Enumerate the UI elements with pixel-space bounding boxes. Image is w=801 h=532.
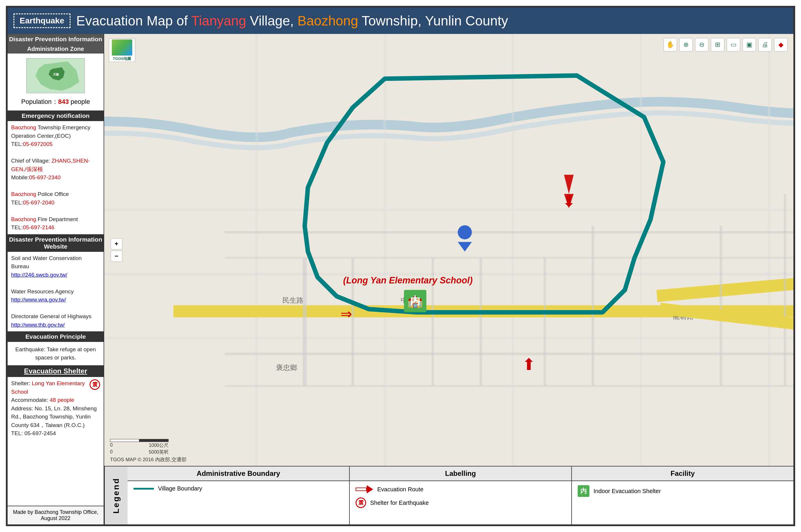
fire-tel: 05-697-2146 — [23, 224, 54, 230]
title-township: Baozhong — [298, 13, 358, 28]
svg-text:⇒: ⇒ — [340, 306, 352, 322]
eoc-tel-label: TEL: — [11, 141, 23, 147]
population-number: 843 — [58, 98, 69, 105]
evac-principle-text: Earthquake: Take refuge at open spaces o… — [11, 345, 100, 362]
svg-marker-46 — [367, 485, 373, 493]
highways-link[interactable]: http://www.thb.gov.tw/ — [11, 322, 65, 328]
toolbar-zoom-out[interactable]: ⊖ — [695, 38, 709, 52]
chief-label: Chief of Village: — [11, 158, 52, 164]
toolbar-pan[interactable]: ✋ — [664, 38, 677, 52]
footer-date: August 2022 — [41, 515, 70, 521]
svg-text:天陽: 天陽 — [53, 73, 59, 76]
page-container: Earthquake Evacuation Map of Tianyang Vi… — [6, 6, 795, 526]
indoor-shelter-icon: 内 — [578, 485, 590, 497]
facility-body: 内 Indoor Evacuation Shelter — [572, 481, 794, 501]
village-boundary-label: Village Boundary — [158, 485, 202, 492]
tel: 05-697-2454 — [24, 430, 56, 436]
population-text: Population：843 people — [21, 96, 90, 108]
legend-facility: Facility 内 Indoor Evacuation Shelter — [572, 467, 794, 525]
tgos-logo: TGOS地圖 — [109, 39, 135, 62]
legend-admin-boundary: Administrative Boundary Village Boundary — [128, 467, 350, 525]
map-container[interactable]: 民生路 中新路 龍岩路 褒忠鄉 — [104, 34, 794, 466]
chief-mobile-label: Mobile: — [11, 174, 29, 180]
svg-text:内: 内 — [410, 295, 420, 306]
tgos-label: TGOS地圖 — [113, 56, 131, 61]
indoor-shelter-item: 内 Indoor Evacuation Shelter — [578, 485, 787, 497]
svg-point-38 — [458, 225, 472, 239]
fire-name: Baozhong — [11, 216, 36, 222]
header: Earthquake Evacuation Map of Tianyang Vi… — [7, 7, 794, 34]
map-zoom-buttons: + − — [111, 239, 122, 262]
svg-text:⬆: ⬆ — [522, 355, 536, 374]
village-boundary-line — [133, 488, 154, 490]
admin-zone-map: 天陽 — [26, 58, 85, 93]
map-area: 民生路 中新路 龍岩路 褒忠鄉 — [104, 34, 794, 525]
toolbar-layer1[interactable]: ▭ — [727, 38, 740, 52]
svg-rect-47 — [356, 488, 366, 491]
toolbar-print[interactable]: 🖨 — [758, 38, 772, 52]
eoc-name: Baozhong — [11, 124, 36, 130]
svg-text:褒忠鄉: 褒忠鄉 — [276, 363, 297, 372]
highways-name: Directorate General of Highways — [11, 312, 100, 321]
tgos-logo-image — [112, 39, 132, 56]
zoom-out-button[interactable]: − — [111, 251, 122, 262]
title-suffix: Township, Yunlin County — [358, 13, 508, 28]
scale-mi: 5000英呎 — [149, 449, 169, 455]
map-svg: 民生路 中新路 龍岩路 褒忠鄉 — [104, 34, 794, 466]
shelter-eq-icon: 震 — [356, 497, 366, 508]
title-mid: Village, — [246, 13, 298, 28]
population-prefix: Population： — [21, 98, 58, 105]
evac-principle-header: Evacuation Principle — [7, 331, 104, 342]
svg-text:(Long Yan Elementary School): (Long Yan Elementary School) — [343, 275, 472, 285]
footer-made-by: Made by — [13, 509, 35, 515]
accommodate-number: 48 people — [50, 397, 74, 403]
evac-route-label: Evacuation Route — [377, 486, 424, 493]
evac-shelter-header: Evacuation Shelter — [7, 365, 104, 377]
police-text: Police Office — [36, 191, 69, 197]
labelling-header: Labelling — [350, 467, 571, 481]
facility-header: Facility — [572, 467, 794, 481]
labelling-body: Evacuation Route 震 Shelter for Earthquak… — [350, 481, 571, 512]
map-scale: 0 1000公尺 0 5000英呎 — [110, 439, 169, 455]
earthquake-badge: Earthquake — [14, 14, 71, 28]
swcb-link[interactable]: http://246.swcb.gov.tw/ — [11, 272, 67, 278]
footer-text: Township Office, — [58, 509, 98, 515]
admin-boundary-body: Village Boundary — [128, 481, 349, 496]
legend-area: Legend Administrative Boundary Village B… — [104, 466, 794, 525]
disaster-prevention-header: Disaster Prevention Information — [7, 34, 104, 44]
evac-principle-body: Earthquake: Take refuge at open spaces o… — [7, 342, 104, 365]
population-suffix: people — [69, 98, 90, 105]
wra-name: Water Resources Agency — [11, 287, 100, 296]
toolbar-zoom-in[interactable]: ⊕ — [679, 38, 693, 52]
shelter-eq-item: 震 Shelter for Earthquake — [356, 497, 565, 508]
tel-label: TEL: — [11, 430, 24, 436]
toolbar-extent[interactable]: ⊞ — [711, 38, 724, 52]
legend-label: Legend — [104, 467, 128, 525]
title-prefix: Evacuation Map of — [76, 13, 191, 28]
map-toolbar: ✋ ⊕ ⊖ ⊞ ▭ ▣ 🖨 ◆ — [664, 38, 787, 52]
toolbar-clear[interactable]: ◆ — [774, 38, 787, 52]
evac-route-item: Evacuation Route — [356, 485, 565, 493]
scale-km: 1000公尺 — [149, 442, 169, 449]
evac-route-arrow-icon — [356, 485, 373, 493]
svg-text:民生路: 民生路 — [282, 296, 303, 304]
wra-link[interactable]: http://www.wra.gov.tw/ — [11, 297, 66, 303]
zoom-in-button[interactable]: + — [111, 239, 122, 249]
emergency-body: Baozhong Township Emergency Operation Ce… — [7, 121, 104, 234]
evac-shelter-body: Shelter: Long Yan Elementary School 震 Ac… — [7, 377, 104, 440]
footer-township: Baozhong — [35, 509, 58, 515]
header-title: Evacuation Map of Tianyang Village, Baoz… — [76, 13, 508, 28]
fire-tel-label: TEL: — [11, 224, 23, 230]
toolbar-layer2[interactable]: ▣ — [743, 38, 756, 52]
dp-website-body: Soil and Water Conservation Bureau http:… — [7, 252, 104, 332]
police-tel-label: TEL: — [11, 200, 23, 206]
address-label: Address: No. 15, Ln. 28, Minsheng Rd., B… — [11, 405, 97, 428]
eoc-tel: 05-6972005 — [23, 141, 52, 147]
shelter-earthquake-icon: 震 — [90, 379, 100, 390]
sidebar-footer: Made by Baozhong Township Office, August… — [7, 506, 104, 525]
dp-website-header: Disaster Prevention Information Website — [7, 234, 104, 252]
admin-boundary-header: Administrative Boundary — [128, 467, 349, 481]
village-boundary-item: Village Boundary — [133, 485, 343, 492]
accommodate-label: Accommodate: — [11, 397, 50, 403]
emergency-header: Emergency notification — [7, 111, 104, 121]
